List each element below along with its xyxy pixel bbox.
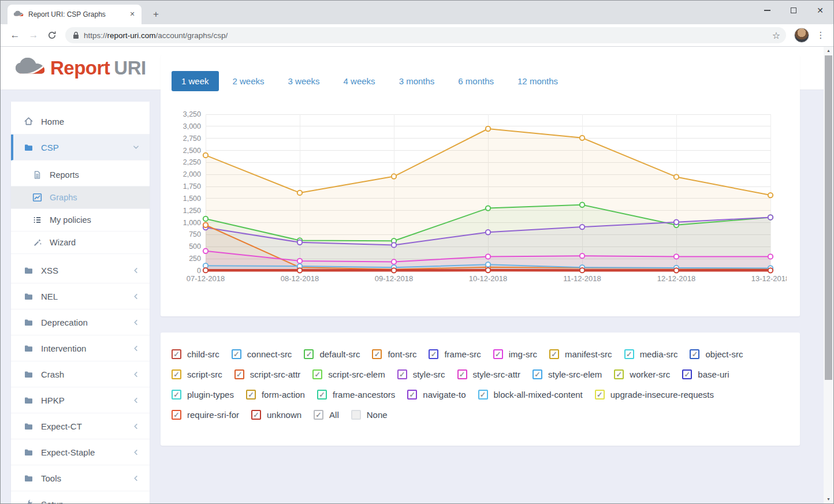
checkbox-require-sri-for[interactable]: ✓ xyxy=(172,410,181,420)
checkbox-all[interactable]: ✓ xyxy=(314,410,323,420)
legend-toggle-block-all-mixed-content[interactable]: ✓block-all-mixed-content xyxy=(478,390,583,400)
sidebar-item-tools[interactable]: Tools xyxy=(11,465,150,491)
checkbox-navigate-to[interactable]: ✓ xyxy=(407,390,417,400)
legend-toggle-child-src[interactable]: ✓child-src xyxy=(172,349,219,359)
legend-toggle-require-sri-for[interactable]: ✓require-sri-for xyxy=(172,410,239,420)
period-tab-3-months[interactable]: 3 months xyxy=(389,71,445,91)
legend-toggle-plugin-types[interactable]: ✓plugin-types xyxy=(172,390,234,400)
checkbox-connect-src[interactable]: ✓ xyxy=(232,349,241,359)
scroll-up-icon[interactable]: ▲ xyxy=(824,47,833,55)
profile-avatar[interactable] xyxy=(794,28,809,43)
checkbox-child-src[interactable]: ✓ xyxy=(172,349,181,359)
legend-toggle-none[interactable]: None xyxy=(351,410,388,420)
browser-window: Report URI: CSP Graphs ✕ + ✕ ← → https:/… xyxy=(0,0,834,504)
sidebar-item-crash[interactable]: Crash xyxy=(11,361,150,387)
sidebar-item-my-policies[interactable]: My policies xyxy=(11,209,150,232)
url-bar[interactable]: https://report-uri.com/account/graphs/cs… xyxy=(65,27,786,43)
browser-tab[interactable]: Report URI: CSP Graphs ✕ xyxy=(8,5,142,24)
back-button[interactable]: ← xyxy=(6,27,24,44)
checkbox-manifest-src[interactable]: ✓ xyxy=(549,349,559,359)
scroll-down-icon[interactable]: ▼ xyxy=(824,495,833,503)
sidebar-item-intervention[interactable]: Intervention xyxy=(11,335,150,361)
sidebar-item-reports[interactable]: Reports xyxy=(11,164,150,186)
csp-line-chart[interactable]: 02505007501,0001,2501,5001,7502,0002,250… xyxy=(161,111,787,289)
legend-toggle-object-src[interactable]: ✓object-src xyxy=(690,349,743,359)
checkbox-upgrade-insecure-requests[interactable]: ✓ xyxy=(595,390,605,400)
checkbox-frame-src[interactable]: ✓ xyxy=(429,349,438,359)
checkbox-default-src[interactable]: ✓ xyxy=(304,349,314,359)
sidebar-item-deprecation[interactable]: Deprecation xyxy=(11,309,150,335)
tab-close-icon[interactable]: ✕ xyxy=(128,10,137,19)
legend-row: ✓plugin-types✓form-action✓frame-ancestor… xyxy=(172,384,789,405)
period-tab-3-weeks[interactable]: 3 weeks xyxy=(278,71,330,91)
legend-toggle-script-src-elem[interactable]: ✓script-src-elem xyxy=(312,369,385,379)
page-scrollbar[interactable]: ▲ ▼ xyxy=(824,47,833,503)
scrollbar-thumb[interactable] xyxy=(825,55,832,380)
bookmark-star-icon[interactable]: ☆ xyxy=(772,30,780,41)
legend-toggle-style-src[interactable]: ✓style-src xyxy=(397,369,445,379)
checkbox-style-src[interactable]: ✓ xyxy=(397,369,407,379)
checkbox-script-src-elem[interactable]: ✓ xyxy=(312,369,322,379)
window-maximize-button[interactable] xyxy=(780,1,807,20)
checkbox-script-src[interactable]: ✓ xyxy=(172,369,181,379)
sidebar-item-wizard[interactable]: Wizard xyxy=(11,232,150,254)
sidebar-item-graphs[interactable]: Graphs xyxy=(11,186,150,209)
checkbox-none[interactable] xyxy=(351,410,361,420)
sidebar-item-home[interactable]: Home xyxy=(11,109,150,135)
legend-toggle-worker-src[interactable]: ✓worker-src xyxy=(614,369,670,379)
legend-toggle-frame-src[interactable]: ✓frame-src xyxy=(429,349,481,359)
legend-toggle-form-action[interactable]: ✓form-action xyxy=(246,390,305,400)
window-close-button[interactable]: ✕ xyxy=(807,1,833,20)
legend-toggle-media-src[interactable]: ✓media-src xyxy=(624,349,678,359)
legend-toggle-style-src-attr[interactable]: ✓style-src-attr xyxy=(457,369,521,379)
legend-toggle-manifest-src[interactable]: ✓manifest-src xyxy=(549,349,612,359)
legend-label: All xyxy=(329,410,339,420)
legend-toggle-all[interactable]: ✓All xyxy=(314,410,339,420)
sidebar-item-xss[interactable]: XSS xyxy=(11,257,150,283)
sidebar-item-expect-ct[interactable]: Expect-CT xyxy=(11,413,150,439)
checkbox-style-src-elem[interactable]: ✓ xyxy=(533,369,542,379)
checkbox-style-src-attr[interactable]: ✓ xyxy=(457,369,467,379)
legend-toggle-script-src-attr[interactable]: ✓script-src-attr xyxy=(234,369,301,379)
period-tab-12-months[interactable]: 12 months xyxy=(508,71,568,91)
checkbox-script-src-attr[interactable]: ✓ xyxy=(234,369,244,379)
legend-toggle-navigate-to[interactable]: ✓navigate-to xyxy=(407,390,466,400)
checkbox-base-uri[interactable]: ✓ xyxy=(682,369,692,379)
refresh-button[interactable] xyxy=(43,27,61,44)
period-tab-6-months[interactable]: 6 months xyxy=(448,71,504,91)
legend-toggle-unknown[interactable]: ✓unknown xyxy=(251,410,301,420)
checkbox-plugin-types[interactable]: ✓ xyxy=(172,390,181,400)
checkbox-object-src[interactable]: ✓ xyxy=(690,349,699,359)
legend-toggle-img-src[interactable]: ✓img-src xyxy=(493,349,537,359)
new-tab-button[interactable]: + xyxy=(148,8,163,23)
legend-toggle-font-src[interactable]: ✓font-src xyxy=(372,349,416,359)
period-tab-1-week[interactable]: 1 week xyxy=(172,71,219,91)
legend-toggle-default-src[interactable]: ✓default-src xyxy=(304,349,360,359)
checkbox-unknown[interactable]: ✓ xyxy=(251,410,261,420)
legend-toggle-frame-ancestors[interactable]: ✓frame-ancestors xyxy=(317,390,395,400)
chart-area-fills xyxy=(206,129,770,271)
legend-toggle-upgrade-insecure-requests[interactable]: ✓upgrade-insecure-requests xyxy=(595,390,714,400)
period-tab-2-weeks[interactable]: 2 weeks xyxy=(223,71,274,91)
legend-toggle-connect-src[interactable]: ✓connect-src xyxy=(232,349,292,359)
checkbox-form-action[interactable]: ✓ xyxy=(246,390,256,400)
sidebar-item-hpkp[interactable]: HPKP xyxy=(11,387,150,413)
checkbox-frame-ancestors[interactable]: ✓ xyxy=(317,390,327,400)
reporturi-logo[interactable]: ReportURI xyxy=(14,57,146,80)
sidebar-item-csp[interactable]: CSP xyxy=(11,135,150,160)
period-tab-4-weeks[interactable]: 4 weeks xyxy=(334,71,385,91)
legend-toggle-script-src[interactable]: ✓script-src xyxy=(172,369,222,379)
legend-toggle-base-uri[interactable]: ✓base-uri xyxy=(682,369,729,379)
browser-menu-icon[interactable]: ⋮ xyxy=(814,30,828,40)
sidebar-item-expect-staple[interactable]: Expect-Staple xyxy=(11,439,150,465)
sidebar-item-nel[interactable]: NEL xyxy=(11,283,150,309)
sidebar-item-setup[interactable]: Setup xyxy=(11,491,150,503)
legend-toggle-style-src-elem[interactable]: ✓style-src-elem xyxy=(533,369,602,379)
checkbox-img-src[interactable]: ✓ xyxy=(493,349,503,359)
forward-button[interactable]: → xyxy=(25,27,42,44)
checkbox-font-src[interactable]: ✓ xyxy=(372,349,382,359)
window-minimize-button[interactable] xyxy=(754,1,780,20)
checkbox-block-all-mixed-content[interactable]: ✓ xyxy=(478,390,488,400)
checkbox-worker-src[interactable]: ✓ xyxy=(614,369,624,379)
checkbox-media-src[interactable]: ✓ xyxy=(624,349,634,359)
